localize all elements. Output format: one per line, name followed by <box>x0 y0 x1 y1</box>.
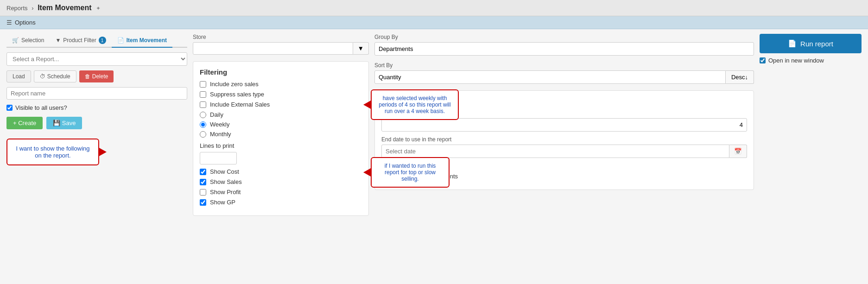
show-gp-row: Show GP <box>200 199 362 206</box>
visible-all-users-label: Visible to all users? <box>15 104 67 111</box>
suppress-sales-type-row: Suppress sales type <box>200 91 362 98</box>
breadcrumb-current: Item Movement <box>38 4 91 12</box>
include-zero-sales-checkbox[interactable] <box>200 81 206 88</box>
select-report-dropdown[interactable]: Select a Report... <box>6 52 187 66</box>
group-by-input[interactable] <box>374 42 754 56</box>
weekly-row: Weekly <box>200 121 362 128</box>
include-external-sales-row: Include External Sales <box>200 101 362 108</box>
options-icon: ☰ <box>6 19 12 26</box>
run-panel: 📄 Run report Open in new window <box>760 34 862 284</box>
weekly-label: Weekly <box>210 121 229 128</box>
create-save-row: + Create 💾 Save <box>6 117 187 129</box>
periods-input[interactable] <box>381 118 747 132</box>
create-button[interactable]: + Create <box>6 117 43 129</box>
tabs: 🛒 Selection ▼ Product Filter 1 📄 Item Mo… <box>6 34 187 48</box>
callout-weekly-text: have selected weekly with periods of 4 s… <box>379 95 450 114</box>
tab-product-filter-label: Product Filter <box>63 37 96 44</box>
sort-by-input[interactable] <box>374 70 726 84</box>
selection-icon: 🛒 <box>12 37 19 44</box>
group-by-label: Group By <box>374 34 754 40</box>
daily-radio[interactable] <box>200 112 206 118</box>
group-by-section: Group By <box>374 34 754 56</box>
monthly-radio[interactable] <box>200 131 206 138</box>
daily-label: Daily <box>210 111 223 118</box>
callout-lines-box: if I wanted to run this report for top o… <box>371 157 450 188</box>
include-zero-sales-row: Include zero sales <box>200 81 362 88</box>
save-button[interactable]: 💾 Save <box>46 117 82 129</box>
end-date-label: End date to use in the report <box>381 136 747 143</box>
tab-item-movement-label: Item Movement <box>127 37 167 44</box>
sort-by-label: Sort By <box>374 62 754 69</box>
weekly-radio[interactable] <box>200 121 206 128</box>
clock-icon: ⏱ <box>40 73 45 80</box>
trash-icon: 🗑 <box>85 73 90 80</box>
middle-panel: Store ▼ Filtering Include zero sales Sup… <box>193 34 369 284</box>
doc-icon: 📄 <box>117 37 124 44</box>
filtering-box: Filtering Include zero sales Suppress sa… <box>193 61 369 216</box>
breadcrumb-link[interactable]: Reports <box>6 5 28 12</box>
lines-to-print-label: Lines to print <box>200 142 362 149</box>
run-report-button[interactable]: 📄 Run report <box>760 34 862 53</box>
sort-by-section: Sort By Desc↓ <box>374 62 754 84</box>
delete-button[interactable]: 🗑 Delete <box>79 70 114 82</box>
filtering-title: Filtering <box>200 68 362 76</box>
schedule-label: Schedule <box>47 73 70 80</box>
store-input[interactable] <box>193 42 353 55</box>
load-button[interactable]: Load <box>6 70 31 82</box>
show-sales-checkbox[interactable] <box>200 179 206 185</box>
open-new-window-checkbox[interactable] <box>760 57 766 63</box>
date-input[interactable] <box>381 145 729 158</box>
schedule-button[interactable]: ⏱ Schedule <box>34 70 76 82</box>
options-bar: ☰ Options <box>0 16 868 29</box>
daily-row: Daily <box>200 111 362 118</box>
callout-left-text: I want to show the following on the repo… <box>16 145 90 159</box>
monthly-row: Monthly <box>200 131 362 138</box>
callout-left-box: I want to show the following on the repo… <box>6 139 99 165</box>
run-report-icon: 📄 <box>788 39 797 48</box>
show-cost-row: Show Cost <box>200 168 362 175</box>
callout-weekly-box: have selected weekly with periods of 4 s… <box>371 89 459 120</box>
show-sales-label: Show Sales <box>210 178 242 185</box>
suppress-sales-type-checkbox[interactable] <box>200 91 206 98</box>
main-content: 🛒 Selection ▼ Product Filter 1 📄 Item Mo… <box>0 29 868 284</box>
show-gp-label: Show GP <box>210 199 235 206</box>
delete-label: Delete <box>92 73 108 80</box>
tab-selection[interactable]: 🛒 Selection <box>6 34 50 48</box>
action-buttons: Load ⏱ Schedule 🗑 Delete <box>6 70 187 82</box>
end-date-section: End date to use in the report 📅 <box>381 136 747 158</box>
options-label: Options <box>15 19 36 26</box>
breadcrumb: Reports › Item Movement ✦ <box>6 4 101 12</box>
show-cost-checkbox[interactable] <box>200 169 206 175</box>
left-panel: 🛒 Selection ▼ Product Filter 1 📄 Item Mo… <box>6 34 187 284</box>
lines-to-print-input[interactable] <box>200 152 237 164</box>
calendar-btn[interactable]: 📅 <box>729 145 747 158</box>
store-dropdown-btn[interactable]: ▼ <box>353 42 369 55</box>
show-gp-checkbox[interactable] <box>200 199 206 206</box>
include-external-sales-checkbox[interactable] <box>200 101 206 108</box>
tab-item-movement[interactable]: 📄 Item Movement <box>112 34 172 48</box>
select-report-row: Select a Report... <box>6 52 187 66</box>
visible-all-users-checkbox[interactable] <box>6 105 13 111</box>
suppress-sales-type-label: Suppress sales type <box>210 91 264 98</box>
show-profit-checkbox[interactable] <box>200 189 206 196</box>
callout-left-arrow <box>98 147 107 157</box>
callout-lines-text: if I wanted to run this report for top o… <box>385 163 436 182</box>
run-report-label: Run report <box>800 40 833 48</box>
open-new-window-label: Open in new window <box>768 57 824 64</box>
monthly-label: Monthly <box>210 131 231 138</box>
tab-selection-label: Selection <box>21 37 44 44</box>
open-new-window-row: Open in new window <box>760 57 862 64</box>
show-profit-label: Show Profit <box>210 189 241 196</box>
callout-lines-arrow <box>363 168 372 177</box>
top-bar: Reports › Item Movement ✦ <box>0 0 868 16</box>
breadcrumb-pin: ✦ <box>96 5 101 12</box>
tab-product-filter[interactable]: ▼ Product Filter 1 <box>50 34 111 48</box>
store-row: ▼ <box>193 42 369 55</box>
callout-weekly-arrow <box>363 100 372 109</box>
sort-direction-btn[interactable]: Desc↓ <box>726 70 754 84</box>
show-sales-row: Show Sales <box>200 178 362 185</box>
show-profit-row: Show Profit <box>200 189 362 196</box>
report-name-input[interactable] <box>6 87 187 100</box>
date-input-row: 📅 <box>381 145 747 158</box>
visible-all-users-row: Visible to all users? <box>6 104 187 111</box>
